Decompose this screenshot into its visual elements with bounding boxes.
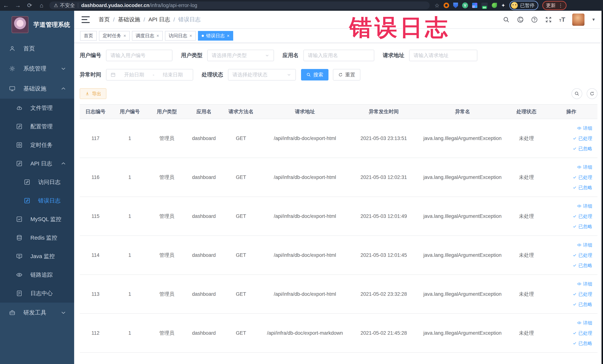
page-scrollbar[interactable]	[602, 11, 603, 364]
export-button[interactable]: 导出	[80, 88, 106, 99]
close-icon[interactable]: ×	[189, 33, 192, 38]
user-id-label: 用户编号	[80, 52, 101, 59]
detail-link[interactable]: 详细	[577, 125, 592, 131]
sidebar-item-config-management[interactable]: 配置管理	[0, 117, 74, 136]
forward-icon[interactable]: →	[12, 2, 24, 9]
detail-link[interactable]: 详细	[577, 203, 592, 209]
detail-link[interactable]: 详细	[577, 242, 592, 248]
chrome-update-button[interactable]: 更新 ⋮	[542, 1, 567, 10]
mark-processed-link[interactable]: 已处理	[572, 330, 592, 336]
sidebar-item-log-center[interactable]: 日志中心	[0, 284, 74, 303]
cell-log-id: 117	[80, 136, 111, 141]
mark-ignored-link[interactable]: 已忽略	[572, 223, 592, 230]
tab-home[interactable]: 首页	[80, 31, 97, 41]
table-header-row: 日志编号 用户编号 用户类型 应用名 请求方法名 请求地址 异常发生时间 异常名…	[80, 104, 597, 119]
search-icon[interactable]	[503, 16, 510, 23]
close-icon[interactable]: ×	[156, 33, 159, 38]
sidebar-item-redis-monitor[interactable]: Redis 监控	[0, 228, 74, 247]
breadcrumb-api-log[interactable]: API 日志	[149, 16, 170, 23]
refresh-table-button[interactable]	[587, 88, 597, 99]
process-status-select[interactable]: 请选择处理状态	[228, 69, 296, 81]
sidebar-item-trace[interactable]: 链路追踪	[0, 266, 74, 284]
breadcrumb: 首页 / 基础设施 / API 日志 / 错误日志	[99, 16, 201, 23]
app-name-label: 应用名	[282, 52, 299, 59]
sidebar-item-home[interactable]: 首页	[0, 39, 74, 59]
request-url-input[interactable]	[414, 53, 473, 59]
sidebar-item-infrastructure[interactable]: 基础设施	[0, 79, 74, 99]
mark-processed-link[interactable]: 已处理	[572, 252, 592, 258]
chevron-down-icon	[265, 53, 269, 58]
fullscreen-icon[interactable]	[545, 16, 552, 23]
sidebar-item-dev-tools[interactable]: 研发工具	[0, 303, 74, 323]
bookmark-star-icon[interactable]: ☆	[434, 2, 440, 9]
kebab-menu-icon[interactable]: ⋮	[558, 3, 563, 8]
address-bar[interactable]: ⚠ 不安全 dashboard.yudao.iocoder.cn/infra/l…	[49, 1, 430, 9]
detail-link[interactable]: 详细	[577, 164, 592, 170]
cell-user-type: 管理员	[148, 174, 185, 181]
breadcrumb-home[interactable]: 首页	[99, 16, 110, 23]
user-id-input[interactable]	[110, 53, 168, 59]
browser-profile-chip[interactable]: 已暂停	[509, 1, 538, 10]
user-type-select[interactable]: 请选择用户类型	[207, 50, 274, 61]
reload-icon[interactable]: ⟳	[24, 2, 35, 9]
extension-icon-shield[interactable]	[453, 3, 458, 8]
breadcrumb-infrastructure[interactable]: 基础设施	[118, 16, 140, 23]
avatar-caret-icon[interactable]: ▼	[591, 17, 596, 22]
extension-icon-orange[interactable]	[444, 3, 449, 8]
app-logo-row[interactable]: 芋道管理系统	[0, 11, 74, 39]
detail-link[interactable]: 详细	[577, 320, 592, 326]
mark-processed-link[interactable]: 已处理	[572, 174, 592, 180]
mark-processed-link[interactable]: 已处理	[572, 291, 592, 297]
sidebar-collapse-icon[interactable]	[81, 16, 90, 23]
sidebar-item-scheduled-tasks[interactable]: 定时任务	[0, 136, 74, 154]
sidebar-item-error-log[interactable]: 错误日志	[0, 191, 74, 210]
close-icon[interactable]: ×	[123, 33, 126, 38]
detail-link[interactable]: 详细	[577, 281, 592, 287]
browser-chrome: ← → ⟳ ⌂ ⚠ 不安全 dashboard.yudao.iocoder.cn…	[0, 0, 603, 11]
extension-icon-pin[interactable]: ✦	[501, 2, 505, 9]
mark-processed-link[interactable]: 已处理	[572, 135, 592, 141]
sidebar-item-mysql-monitor[interactable]: MySQL 监控	[0, 210, 74, 228]
extension-icon-grid[interactable]	[472, 3, 477, 8]
search-toggle-button[interactable]	[571, 88, 582, 99]
check-icon	[572, 224, 577, 229]
cell-request-url: /api/infra/db-doc/export-html	[259, 252, 350, 258]
cell-exception-name: java.lang.IllegalArgumentException	[417, 213, 508, 219]
mark-processed-link[interactable]: 已处理	[572, 213, 592, 219]
sidebar-item-system-management[interactable]: 系统管理	[0, 59, 74, 79]
sidebar-item-file-management[interactable]: 文件管理	[0, 99, 74, 117]
tab-scheduled-tasks[interactable]: 定时任务 ×	[99, 31, 130, 41]
mark-ignored-link[interactable]: 已忽略	[572, 185, 592, 191]
sidebar-item-java-monitor[interactable]: Java 监控	[0, 247, 74, 266]
sidebar-item-api-log[interactable]: API 日志	[0, 154, 74, 173]
user-avatar[interactable]	[572, 13, 584, 26]
extension-icon-vue[interactable]: V	[462, 2, 468, 8]
extension-icon-switch-on[interactable]	[481, 3, 488, 8]
table-row: 112 1 管理员 dashboard GET /api/infra/db-do…	[80, 314, 597, 353]
refresh-icon	[338, 72, 343, 77]
check-icon	[572, 185, 577, 190]
sidebar-item-access-log[interactable]: 访问日志	[0, 173, 74, 191]
tab-schedule-log[interactable]: 调度日志 ×	[132, 31, 163, 41]
mark-ignored-link[interactable]: 已忽略	[572, 262, 592, 269]
exception-time-range-picker[interactable]: 开始日期 - 结束日期	[106, 69, 193, 81]
cell-process-status: 未处理	[508, 213, 545, 220]
help-icon[interactable]	[531, 16, 538, 23]
close-icon[interactable]: ×	[227, 33, 230, 38]
eye-icon	[16, 271, 23, 278]
github-icon[interactable]	[517, 16, 524, 23]
mark-ignored-link[interactable]: 已忽略	[572, 340, 592, 346]
cell-user-id: 1	[111, 330, 148, 336]
mark-ignored-link[interactable]: 已忽略	[572, 301, 592, 307]
mark-ignored-link[interactable]: 已忽略	[572, 146, 592, 152]
tab-error-log[interactable]: 错误日志 ×	[198, 31, 233, 41]
font-size-icon[interactable]: TT	[559, 16, 565, 23]
java-monitor-icon	[16, 253, 23, 260]
app-name-input[interactable]	[308, 53, 370, 59]
home-icon[interactable]: ⌂	[35, 2, 47, 9]
tab-access-log[interactable]: 访问日志 ×	[165, 31, 196, 41]
search-button[interactable]: 搜索	[301, 69, 328, 81]
reset-button[interactable]: 重置	[333, 69, 360, 81]
back-icon[interactable]: ←	[0, 2, 12, 9]
extension-icon-leaf[interactable]	[492, 3, 497, 8]
